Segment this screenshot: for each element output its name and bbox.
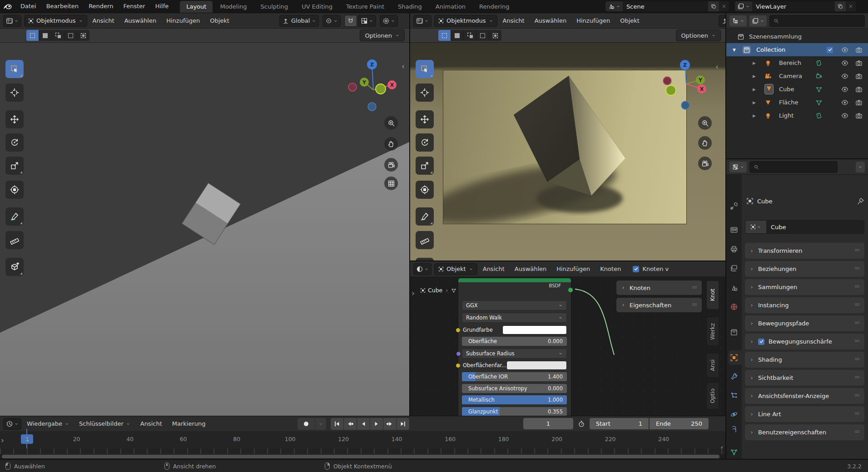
panel-Bewegungspfade[interactable]: Bewegungspfade: [745, 315, 864, 331]
tool-cursor-button[interactable]: [416, 84, 434, 102]
pb-last-button[interactable]: [397, 418, 409, 430]
panel-Bewegungsunschärfe[interactable]: Bewegungsunschärfe: [745, 334, 864, 349]
axis-neg-x[interactable]: [348, 83, 357, 91]
select-mode-0[interactable]: [438, 30, 451, 41]
navigation-gizmo[interactable]: ZYX: [658, 54, 717, 115]
workspace-tab-Shading[interactable]: Shading: [392, 1, 428, 13]
eye-icon[interactable]: [841, 46, 848, 54]
tool-scale-button[interactable]: [5, 157, 24, 175]
sidebar-tab-Ansi[interactable]: Ansi: [706, 353, 719, 378]
snap-toggle[interactable]: [344, 15, 357, 27]
timeline-menu-Schlüsselbilder[interactable]: Schlüsselbilder: [74, 420, 135, 427]
viewport-menu-Ansicht[interactable]: Ansicht: [88, 17, 119, 24]
node-dropdown-Subsurface Radius[interactable]: Subsurface Radius: [462, 349, 567, 359]
workspace-tab-Animation[interactable]: Animation: [429, 1, 472, 13]
breadcrumb-item[interactable]: Cube: [420, 287, 442, 294]
tool-move-button[interactable]: [5, 110, 24, 128]
disclosure-open-icon[interactable]: ▼: [733, 48, 736, 52]
shader-menu-Auswählen[interactable]: Auswählen: [510, 266, 551, 272]
region-expand-icon[interactable]: ›: [1, 437, 4, 444]
select-mode-3[interactable]: [64, 30, 77, 41]
node-slider-Oberfläche[interactable]: Oberfläche0.000: [462, 337, 567, 346]
orientation-dropdown[interactable]: Global: [279, 15, 319, 27]
eye-icon[interactable]: [841, 99, 848, 106]
panel-Line Art[interactable]: Line Art: [745, 406, 864, 422]
nav-pan-button[interactable]: [384, 137, 398, 151]
topbar-menu-Fenster[interactable]: Fenster: [118, 0, 150, 13]
panel-Sichtbarkeit[interactable]: Sichtbarkeit: [745, 370, 864, 386]
region-collapse-icon[interactable]: ‹: [402, 63, 405, 70]
pb-play-button[interactable]: [370, 418, 383, 430]
timeline-menu-Ansicht[interactable]: Ansicht: [136, 420, 167, 427]
region-collapse-icon[interactable]: ‹: [715, 63, 719, 71]
viewport-menu-Objekt[interactable]: Objekt: [615, 17, 644, 24]
nav-zoom-button[interactable]: [384, 116, 398, 130]
axis-neg-z[interactable]: [681, 101, 689, 109]
timeline-frame-strip[interactable]: [0, 448, 725, 454]
workspace-tab-Sculpting[interactable]: Sculpting: [254, 1, 295, 13]
nav-camera-button[interactable]: [698, 157, 712, 170]
options-dropdown[interactable]: Optionen: [360, 30, 405, 41]
panel-Benutzereigenschaften[interactable]: Benutzereigenschaften: [745, 424, 864, 440]
topbar-menu-Bearbeiten[interactable]: Bearbeiten: [41, 0, 84, 13]
nav-pan-button[interactable]: [698, 136, 712, 150]
outliner-display-mode-button[interactable]: [749, 15, 767, 26]
pivot-dropdown[interactable]: [322, 15, 341, 27]
disclosure-closed-icon[interactable]: ▶: [753, 87, 756, 92]
eye-icon[interactable]: [841, 59, 848, 67]
select-mode-3[interactable]: [476, 30, 489, 41]
node-slider-Glanzpunkt[interactable]: Glanzpunkt0.355: [462, 407, 567, 416]
editor-type-button[interactable]: [3, 418, 21, 430]
panel-checkbox[interactable]: [758, 339, 764, 345]
outliner-filter-button[interactable]: [729, 15, 747, 26]
nav-zoom-button[interactable]: [698, 116, 712, 130]
use-nodes-checkbox[interactable]: Knoten v: [633, 266, 669, 272]
start-frame-field[interactable]: Start1: [590, 418, 649, 429]
properties-tab-object[interactable]: [730, 354, 738, 362]
topbar-menu-Rendern[interactable]: Rendern: [84, 0, 118, 13]
timeline-menu-Wiedergabe[interactable]: Wiedergabe: [22, 420, 74, 427]
disclosure-closed-icon[interactable]: ▶: [753, 113, 756, 118]
viewport-menu-Objekt[interactable]: Objekt: [205, 17, 234, 24]
scene-name-field[interactable]: Scene: [623, 1, 708, 11]
tool-addcube-button[interactable]: [5, 258, 24, 276]
scene-unlink-button[interactable]: [719, 1, 729, 11]
tool-select-button[interactable]: [416, 60, 434, 78]
outliner-row-collection[interactable]: ▼Collection: [726, 43, 868, 56]
properties-options-button[interactable]: [856, 162, 865, 172]
workspace-tab-Rendering[interactable]: Rendering: [473, 1, 516, 13]
pb-nextkey-button[interactable]: [383, 418, 397, 430]
tool-transform-button[interactable]: [416, 181, 434, 199]
topbar-menu-Datei[interactable]: Datei: [15, 0, 41, 13]
axis-neg-y[interactable]: [666, 85, 676, 95]
eye-icon[interactable]: [841, 86, 848, 93]
timeline-scrollbar[interactable]: [0, 454, 725, 459]
disclosure-closed-icon[interactable]: ▶: [753, 100, 756, 105]
color-swatch[interactable]: [502, 325, 567, 334]
node-slider-Oberfläche IOR[interactable]: Oberfläche IOR1.400: [462, 372, 567, 381]
outliner-row-scene-collection[interactable]: Szenensammlung: [726, 30, 868, 43]
current-frame-field[interactable]: 1: [523, 418, 573, 429]
timeline-ruler[interactable]: 20406080100120140160180200220240 1 › ‹: [0, 431, 725, 448]
select-mode-1[interactable]: [39, 30, 52, 41]
properties-tab-viewlayer[interactable]: [730, 264, 738, 272]
tool-annotate-button[interactable]: [5, 207, 24, 226]
navigation-gizmo[interactable]: ZYX: [341, 52, 400, 113]
tool-addcube-button[interactable]: [416, 258, 434, 261]
editor-type-button[interactable]: [413, 15, 432, 27]
outliner-row-Camera[interactable]: ▶Camera: [726, 69, 868, 83]
tool-transform-button[interactable]: [5, 181, 24, 199]
viewport-right-canvas[interactable]: ZYX ‹: [410, 43, 725, 261]
select-mode-0[interactable]: [26, 30, 39, 41]
sidebar-panel-Knoten[interactable]: Knoten: [616, 280, 702, 295]
axis-neg-y[interactable]: [376, 84, 386, 94]
sidebar-tab-Werkz[interactable]: Werkz: [706, 317, 719, 346]
tool-scale-button[interactable]: [416, 157, 434, 175]
select-mode-1[interactable]: [451, 30, 464, 41]
mode-dropdown[interactable]: Objektmodus: [24, 15, 87, 27]
properties-tab-output[interactable]: [730, 245, 738, 253]
camera-restrict-icon[interactable]: [855, 46, 863, 54]
viewlayer-remove-button[interactable]: [846, 1, 856, 11]
shader-type-dropdown[interactable]: Objekt: [434, 263, 477, 275]
properties-tab-physics[interactable]: [730, 410, 738, 418]
